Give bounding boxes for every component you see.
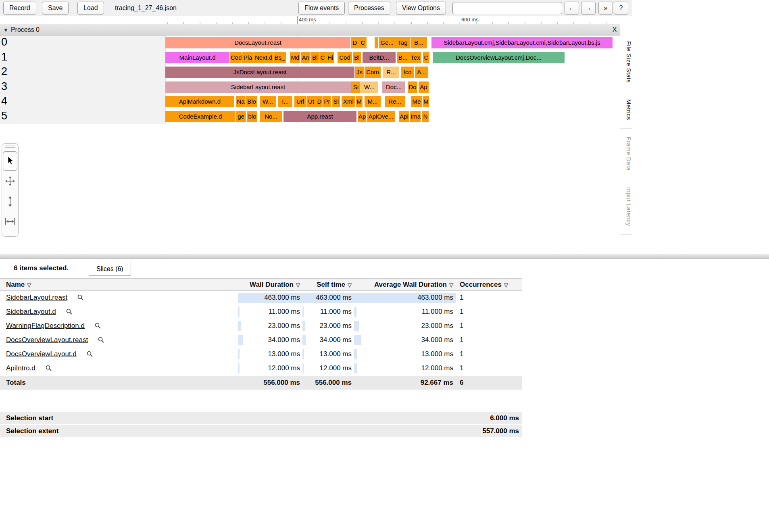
trace-slice[interactable]: SidebarLayout.cmj,SidebarLayout.cmi,Side… — [431, 37, 613, 48]
slices-tab[interactable]: Slices (6) — [89, 262, 131, 276]
trace-slice[interactable]: R... — [383, 67, 399, 78]
trace-slice[interactable]: App.reast — [283, 111, 356, 122]
slice-table-row[interactable]: SidebarLayout.d11.000 ms11.000 ms11.000 … — [0, 305, 522, 319]
trace-slice[interactable]: Pla — [242, 52, 254, 63]
trace-slice[interactable]: BeltD... — [363, 52, 396, 63]
trace-slice[interactable]: Bl — [353, 52, 361, 63]
column-header-average-wall-duration[interactable]: Average Wall Duration▽ — [353, 279, 455, 291]
trace-slice[interactable]: Tag — [395, 37, 410, 48]
trace-slice[interactable]: Ut — [306, 96, 316, 107]
trace-slice[interactable]: Api — [399, 111, 409, 122]
trace-slice[interactable]: Cod — [338, 52, 352, 63]
zoom-mode-button[interactable] — [3, 192, 17, 211]
slice-table-row[interactable]: SidebarLayout.reast463.000 ms463.000 ms4… — [0, 291, 522, 305]
slice-name-link[interactable]: DocsOverviewLayout.reast — [6, 336, 88, 344]
trace-slice[interactable]: Ap — [419, 81, 429, 93]
sidebar-tab-frame-data[interactable]: Frame Data — [620, 129, 632, 179]
trace-slice[interactable]: A... — [415, 67, 428, 78]
trace-slice[interactable]: C — [423, 52, 429, 63]
process-header[interactable]: ▼Process 0 X — [0, 24, 620, 35]
track-lane[interactable]: CodeExample.dgebloNo...App.reastApApiOve… — [165, 111, 620, 122]
trace-slice[interactable]: Bl — [311, 52, 319, 63]
trace-slice[interactable]: B... — [411, 37, 427, 48]
trace-slice[interactable]: DocsOverviewLayout.cmj,Doc... — [433, 52, 565, 63]
trace-slice[interactable]: Me — [411, 96, 422, 107]
selection-mode-button[interactable] — [3, 151, 17, 171]
trace-slice[interactable]: Com — [365, 67, 381, 78]
trace-slice[interactable]: Bs_ — [273, 52, 286, 63]
trace-slice[interactable]: SidebarLayout.reast — [165, 81, 351, 93]
load-button[interactable]: Load — [77, 2, 104, 15]
magnifier-icon[interactable] — [98, 336, 104, 343]
trace-slice[interactable]: Hi — [326, 52, 334, 63]
trace-slice[interactable]: CodeExample.d — [165, 111, 235, 122]
trace-slice[interactable]: N — [422, 111, 429, 122]
trace-slice[interactable]: ApiMarkdown.d — [165, 96, 234, 107]
process-close-button[interactable]: X — [610, 24, 619, 35]
trace-slice[interactable]: I... — [278, 96, 292, 107]
overflow-menu-button[interactable]: » — [598, 2, 613, 15]
column-header-occurrences[interactable]: Occurrences▽ — [455, 279, 522, 291]
sidebar-tab-input-latency[interactable]: Input Latency — [620, 179, 632, 235]
find-input[interactable] — [452, 2, 562, 14]
trace-slice[interactable]: Xml — [342, 96, 355, 107]
toolbar-grip-handle[interactable] — [5, 146, 15, 150]
track-lane[interactable]: ApiMarkdown.dNaBloW...I...UrlUtDPrSiXmlM… — [165, 96, 620, 107]
track-lane[interactable]: JsDocsLayout.reastJsComR...IcoA... — [165, 67, 620, 78]
slice-table-row[interactable]: DocsOverviewLayout.d13.000 ms13.000 ms13… — [0, 347, 522, 361]
trace-slice[interactable]: No... — [260, 111, 282, 122]
track-lane[interactable]: MainLayout.dCodPlaNext.dBs_MdAnBlCHiCodB… — [165, 52, 620, 63]
track-lane[interactable]: SidebarLayout.reastSiW...Doc...DoAp — [165, 81, 620, 93]
trace-slice[interactable]: An — [301, 52, 311, 63]
magnifier-icon[interactable] — [66, 308, 73, 315]
trace-slice[interactable]: Ap — [358, 111, 366, 122]
trace-slice[interactable]: M — [356, 96, 363, 107]
slice-name-link[interactable]: SidebarLayout.reast — [6, 294, 67, 301]
trace-slice[interactable]: D — [351, 37, 359, 48]
processes-button[interactable]: Processes — [348, 2, 390, 15]
trace-slice[interactable]: Si — [351, 81, 361, 93]
magnifier-icon[interactable] — [77, 294, 84, 301]
magnifier-icon[interactable] — [86, 350, 93, 357]
record-button[interactable]: Record — [3, 2, 36, 15]
timing-mode-button[interactable] — [3, 212, 17, 231]
slice-table-row[interactable]: DocsOverviewLayout.reast34.000 ms34.000 … — [0, 333, 522, 347]
trace-slice[interactable]: Pr — [323, 96, 331, 107]
slice-name-link[interactable]: ApiIntro.d — [6, 364, 35, 372]
slice-name-link[interactable]: DocsOverviewLayout.d — [6, 350, 77, 358]
trace-slice[interactable]: W... — [361, 81, 378, 93]
trace-slice[interactable]: M... — [365, 96, 381, 107]
trace-slice[interactable]: DocsLayout.reast — [165, 37, 350, 48]
column-header-name[interactable]: Name▽ — [0, 279, 237, 291]
trace-slice[interactable]: Url — [294, 96, 306, 107]
trace-slice[interactable]: Blo — [246, 96, 257, 107]
find-next-button[interactable]: → — [581, 2, 596, 15]
trace-slice[interactable]: JsDocsLayout.reast — [165, 67, 354, 78]
trace-slice[interactable]: B... — [397, 52, 409, 63]
timeline-ruler[interactable]: 400 ms600 ms — [0, 16, 620, 24]
column-header-wall-duration[interactable]: Wall Duration▽ — [237, 279, 302, 291]
trace-slice[interactable]: Ima — [410, 111, 421, 122]
trace-slice[interactable]: Ge... — [379, 37, 395, 48]
trace-slice[interactable] — [375, 37, 378, 48]
slice-name-link[interactable]: WarningFlagDescription.d — [6, 322, 85, 330]
trace-slice[interactable]: ApiOve... — [367, 111, 395, 122]
trace-slice[interactable]: Si — [332, 96, 340, 107]
panel-splitter[interactable] — [0, 254, 769, 259]
trace-slice[interactable]: Next.d — [254, 52, 273, 63]
column-header-self-time[interactable]: Self time▽ — [302, 279, 353, 291]
slice-name-link[interactable]: SidebarLayout.d — [6, 308, 56, 315]
magnifier-icon[interactable] — [45, 365, 52, 371]
trace-slice[interactable]: blo — [247, 111, 257, 122]
sidebar-tab-file-size-stats[interactable]: File Size Stats — [620, 33, 632, 91]
trace-slice[interactable]: Doc... — [382, 81, 405, 93]
collapse-triangle-icon[interactable]: ▼ — [3, 27, 8, 33]
track-lane[interactable]: DocsLayout.reastDCGe...TagB...SidebarLay… — [165, 37, 620, 48]
trace-slice[interactable]: Na — [236, 96, 246, 107]
save-button[interactable]: Save — [42, 2, 69, 15]
view-options-button[interactable]: View Options — [396, 2, 446, 15]
trace-slice[interactable]: Tex — [409, 52, 421, 63]
trace-slice[interactable]: Ico — [401, 67, 414, 78]
magnifier-icon[interactable] — [94, 322, 101, 329]
trace-slice[interactable]: C — [359, 37, 367, 48]
